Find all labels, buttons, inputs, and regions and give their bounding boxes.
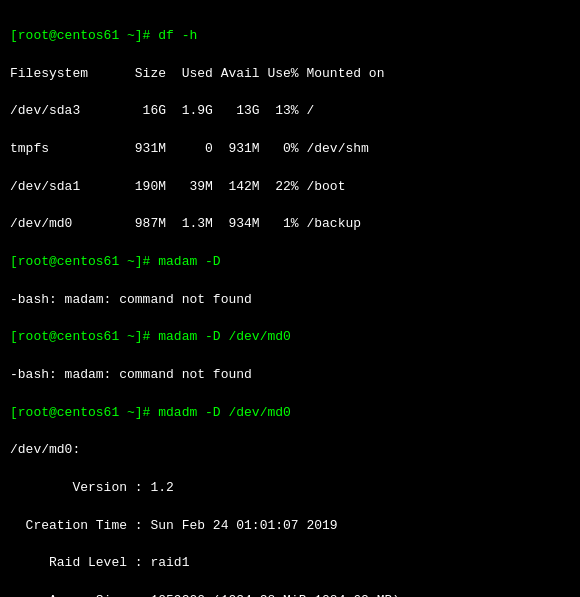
line-10: -bash: madam: command not found (10, 367, 252, 382)
line-13: Version : 1.2 (10, 480, 174, 495)
line-3: /dev/sda3 16G 1.9G 13G 13% / (10, 103, 314, 118)
line-12: /dev/md0: (10, 442, 80, 457)
line-14: Creation Time : Sun Feb 24 01:01:07 2019 (10, 518, 338, 533)
line-2: Filesystem Size Used Avail Use% Mounted … (10, 66, 384, 81)
line-8: -bash: madam: command not found (10, 292, 252, 307)
line-15: Raid Level : raid1 (10, 555, 189, 570)
terminal-window: [root@centos61 ~]# df -h Filesystem Size… (10, 8, 570, 597)
line-16: Array Size : 1059200 (1034.38 MiB 1084.6… (10, 593, 400, 597)
line-9: [root@centos61 ~]# madam -D /dev/md0 (10, 329, 291, 344)
line-11: [root@centos61 ~]# mdadm -D /dev/md0 (10, 405, 291, 420)
line-6: /dev/md0 987M 1.3M 934M 1% /backup (10, 216, 361, 231)
line-7: [root@centos61 ~]# madam -D (10, 254, 221, 269)
line-5: /dev/sda1 190M 39M 142M 22% /boot (10, 179, 345, 194)
line-1: [root@centos61 ~]# df -h (10, 28, 197, 43)
line-4: tmpfs 931M 0 931M 0% /dev/shm (10, 141, 369, 156)
